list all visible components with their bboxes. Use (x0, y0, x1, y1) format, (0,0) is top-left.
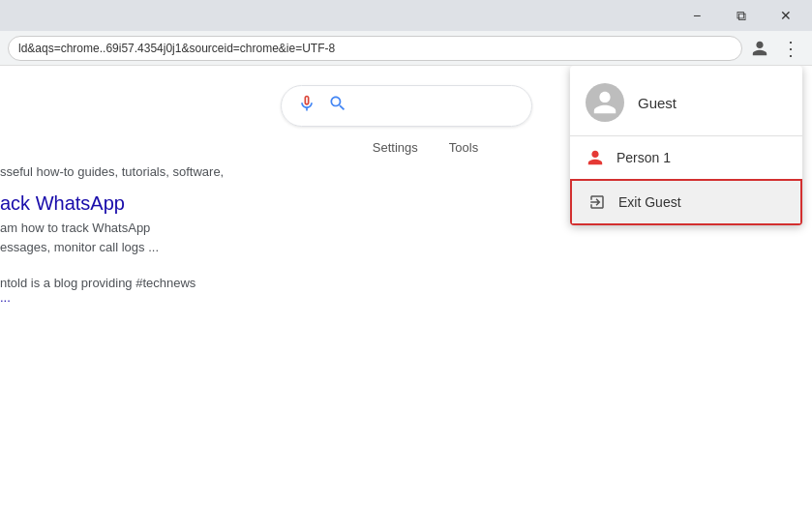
dropdown-menu: Guest Person 1 Exit Guest (570, 66, 802, 225)
snippet-line2: essages, monitor call logs ... (0, 240, 159, 254)
settings-link[interactable]: Settings (373, 140, 418, 155)
exit-guest-item[interactable]: Exit Guest (570, 179, 802, 225)
minimize-button[interactable]: − (675, 0, 719, 31)
result-snippet-2: ntold is a blog providing #technews (0, 276, 812, 290)
exit-guest-label: Exit Guest (618, 194, 681, 210)
menu-button[interactable]: ⋮ (777, 35, 804, 62)
footer-link[interactable]: ... (0, 290, 812, 305)
address-bar-row: ld&aqs=chrome..69i57.4354j0j1&sourceid=c… (0, 31, 812, 66)
search-box[interactable] (281, 85, 532, 127)
search-icon[interactable] (328, 94, 347, 118)
address-field[interactable]: ld&aqs=chrome..69i57.4354j0j1&sourceid=c… (8, 36, 742, 61)
restore-button[interactable]: ⧉ (719, 0, 764, 31)
mic-icon[interactable] (297, 94, 316, 118)
person1-item[interactable]: Person 1 (570, 136, 802, 179)
url-text: ld&aqs=chrome..69i57.4354j0j1&sourceid=c… (18, 42, 335, 55)
person1-icon (586, 148, 605, 167)
title-bar: − ⧉ ✕ (0, 0, 812, 31)
profile-icon-button[interactable] (746, 35, 773, 62)
guest-avatar (586, 83, 624, 122)
guest-name-label: Guest (638, 95, 677, 111)
dropdown-header: Guest (570, 66, 802, 136)
exit-guest-icon (587, 192, 607, 212)
tools-link[interactable]: Tools (449, 140, 478, 155)
person1-label: Person 1 (617, 150, 671, 165)
browser-content: Settings Tools sseful how-to guides, tut… (0, 66, 812, 529)
close-button[interactable]: ✕ (764, 0, 808, 31)
snippet-line1: am how to track WhatsApp (0, 220, 150, 235)
toolbar-links: Settings Tools (334, 140, 478, 155)
